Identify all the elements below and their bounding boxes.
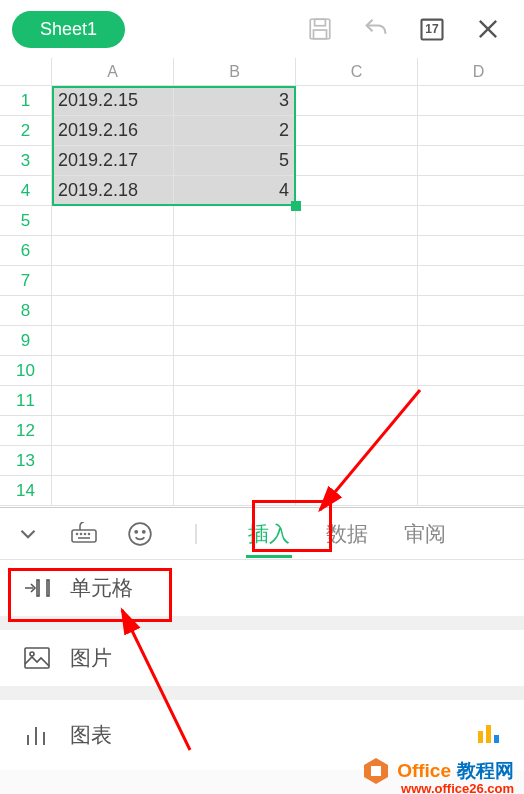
cell[interactable]: 2 xyxy=(174,116,296,145)
row-header[interactable]: 14 xyxy=(0,476,52,505)
emoji-icon[interactable] xyxy=(112,521,168,547)
cell[interactable] xyxy=(296,176,418,205)
cell[interactable] xyxy=(296,296,418,325)
row-header[interactable]: 11 xyxy=(0,386,52,415)
col-header-C[interactable]: C xyxy=(296,58,418,85)
row-header[interactable]: 7 xyxy=(0,266,52,295)
undo-icon[interactable] xyxy=(352,15,400,43)
tab-review[interactable]: 审阅 xyxy=(386,508,464,560)
cell[interactable] xyxy=(52,386,174,415)
spreadsheet-grid[interactable]: A B C D 1 2019.2.15 3 2 2019.2.16 2 3 20… xyxy=(0,58,524,506)
cell[interactable] xyxy=(174,326,296,355)
row-header[interactable]: 2 xyxy=(0,116,52,145)
cell[interactable] xyxy=(418,176,524,205)
cell[interactable] xyxy=(174,296,296,325)
cell[interactable] xyxy=(174,476,296,505)
cell[interactable] xyxy=(52,476,174,505)
cell[interactable] xyxy=(52,266,174,295)
cell[interactable] xyxy=(418,296,524,325)
close-icon[interactable] xyxy=(464,15,512,43)
cell[interactable] xyxy=(418,116,524,145)
cell[interactable] xyxy=(296,416,418,445)
cell[interactable]: 3 xyxy=(174,86,296,115)
cell[interactable]: 2019.2.16 xyxy=(52,116,174,145)
col-header-A[interactable]: A xyxy=(52,58,174,85)
cell[interactable] xyxy=(418,386,524,415)
collapse-icon[interactable] xyxy=(0,521,56,547)
calendar-day: 17 xyxy=(425,22,438,36)
row-header[interactable]: 6 xyxy=(0,236,52,265)
cell[interactable] xyxy=(296,326,418,355)
svg-rect-21 xyxy=(478,731,483,743)
row-header[interactable]: 8 xyxy=(0,296,52,325)
cell[interactable] xyxy=(296,386,418,415)
cell[interactable] xyxy=(296,476,418,505)
row-header[interactable]: 12 xyxy=(0,416,52,445)
svg-point-12 xyxy=(143,530,145,532)
cell[interactable] xyxy=(52,416,174,445)
cell[interactable] xyxy=(418,356,524,385)
table-row: 11 xyxy=(0,386,524,416)
cell[interactable] xyxy=(296,236,418,265)
cell[interactable]: 2019.2.15 xyxy=(52,86,174,115)
row-header[interactable]: 13 xyxy=(0,446,52,475)
cell[interactable] xyxy=(418,446,524,475)
tab-insert[interactable]: 插入 xyxy=(230,508,308,560)
cell[interactable] xyxy=(52,296,174,325)
cell[interactable] xyxy=(174,356,296,385)
cell[interactable] xyxy=(174,416,296,445)
row-header[interactable]: 10 xyxy=(0,356,52,385)
cell[interactable] xyxy=(52,236,174,265)
cell[interactable] xyxy=(296,356,418,385)
cell[interactable] xyxy=(418,206,524,235)
cell[interactable] xyxy=(418,236,524,265)
selection-handle[interactable] xyxy=(291,201,301,211)
grid-corner[interactable] xyxy=(0,58,52,85)
image-icon xyxy=(22,646,52,670)
panel-item-label: 单元格 xyxy=(70,574,133,602)
insert-image-button[interactable]: 图片 xyxy=(0,630,524,700)
cell[interactable] xyxy=(174,386,296,415)
cell[interactable] xyxy=(174,236,296,265)
cell[interactable] xyxy=(174,206,296,235)
col-header-B[interactable]: B xyxy=(174,58,296,85)
cell[interactable] xyxy=(296,116,418,145)
row-header[interactable]: 5 xyxy=(0,206,52,235)
row-header[interactable]: 3 xyxy=(0,146,52,175)
row-header[interactable]: 4 xyxy=(0,176,52,205)
col-header-D[interactable]: D xyxy=(418,58,524,85)
cell[interactable] xyxy=(296,266,418,295)
cell[interactable]: 2019.2.17 xyxy=(52,146,174,175)
cell[interactable] xyxy=(296,206,418,235)
bottom-tabs: 插入 数据 审阅 xyxy=(230,508,524,560)
cell[interactable] xyxy=(418,146,524,175)
cell[interactable] xyxy=(296,86,418,115)
keyboard-icon[interactable] xyxy=(56,522,112,546)
chart-preview-icon xyxy=(476,721,502,750)
sheet-tab[interactable]: Sheet1 xyxy=(12,11,125,48)
cell[interactable]: 4 xyxy=(174,176,296,205)
cell[interactable] xyxy=(296,146,418,175)
save-icon[interactable] xyxy=(296,16,344,42)
cell[interactable] xyxy=(418,416,524,445)
cell[interactable]: 5 xyxy=(174,146,296,175)
tab-data[interactable]: 数据 xyxy=(308,508,386,560)
insert-cell-button[interactable]: 单元格 xyxy=(0,560,524,630)
cell[interactable] xyxy=(52,326,174,355)
table-row: 14 xyxy=(0,476,524,506)
cell[interactable] xyxy=(296,446,418,475)
cell[interactable] xyxy=(52,206,174,235)
calendar-icon[interactable]: 17 xyxy=(408,15,456,43)
sheet-name: Sheet1 xyxy=(40,19,97,40)
cell[interactable] xyxy=(418,86,524,115)
cell[interactable] xyxy=(418,266,524,295)
cell[interactable] xyxy=(174,446,296,475)
cell[interactable] xyxy=(174,266,296,295)
cell[interactable] xyxy=(52,446,174,475)
row-header[interactable]: 1 xyxy=(0,86,52,115)
cell[interactable] xyxy=(418,326,524,355)
cell[interactable] xyxy=(418,476,524,505)
row-header[interactable]: 9 xyxy=(0,326,52,355)
cell[interactable] xyxy=(52,356,174,385)
cell[interactable]: 2019.2.18 xyxy=(52,176,174,205)
